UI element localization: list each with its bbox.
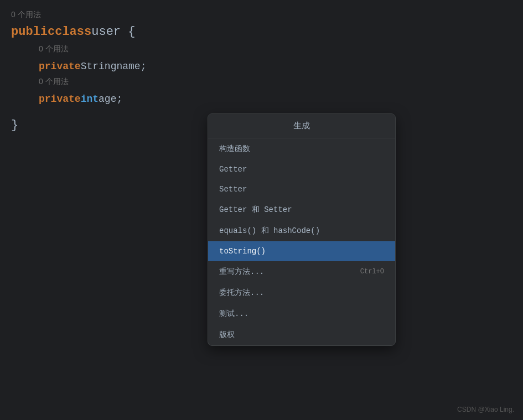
menu-item-getter-setter[interactable]: Getter 和 Setter [208,199,395,220]
menu-item-label-copyright: 版权 [219,330,235,340]
keyword-int: int [81,91,99,107]
menu-item-test[interactable]: 测试... [208,303,395,324]
code-line-1: public class user { [11,22,512,42]
menu-item-override[interactable]: 重写方法... Ctrl+O [208,261,395,282]
menu-item-shortcut-override: Ctrl+O [360,268,384,276]
menu-item-label-equals-hashcode: equals() 和 hashCode() [219,226,320,236]
menu-item-copyright[interactable]: 版权 [208,324,395,345]
class-name: user { [91,22,135,42]
keyword-class: class [55,22,91,42]
closing-brace: } [11,118,18,132]
code-line-3: private int age; [11,91,512,107]
menu-item-setter[interactable]: Setter [208,179,395,199]
type-string: String [81,59,117,75]
menu-header: 生成 [208,114,395,138]
watermark: CSDN @Xiao Ling. [457,406,514,413]
menu-item-tostring[interactable]: toString() [208,241,395,261]
keyword-private-1: private [39,59,81,75]
menu-item-label-setter: Setter [219,185,247,194]
usage-hint-2: 0 个用法 [39,43,69,55]
field-name-1: name; [116,59,146,75]
menu-item-label-getter: Getter [219,165,247,174]
menu-item-label-test: 测试... [219,309,248,319]
usage-hint-2-line: 0 个用法 [11,43,512,57]
keyword-public: public [11,22,55,42]
menu-item-label-delegate: 委托方法... [219,288,264,298]
editor-area: 0 个用法 public class user { 0 个用法 private … [0,0,523,420]
menu-item-label-override: 重写方法... [219,267,264,277]
keyword-private-2: private [39,91,81,107]
menu-item-constructor[interactable]: 构造函数 [208,138,395,159]
menu-item-equals-hashcode[interactable]: equals() 和 hashCode() [208,220,395,241]
menu-item-getter[interactable]: Getter [208,159,395,179]
code-line-2: private String name; [11,59,512,75]
menu-item-label-tostring: toString() [219,247,266,256]
usage-hint-1: 0 个用法 [11,10,512,20]
menu-item-delegate[interactable]: 委托方法... [208,282,395,303]
usage-hint-3: 0 个用法 [39,75,69,87]
menu-item-label-constructor: 构造函数 [219,144,250,154]
field-name-2: age; [99,91,122,107]
context-menu: 生成 构造函数 Getter Setter Getter 和 Setter eq… [208,113,396,346]
menu-item-label-getter-setter: Getter 和 Setter [219,205,292,215]
usage-hint-3-line: 0 个用法 [11,75,512,90]
